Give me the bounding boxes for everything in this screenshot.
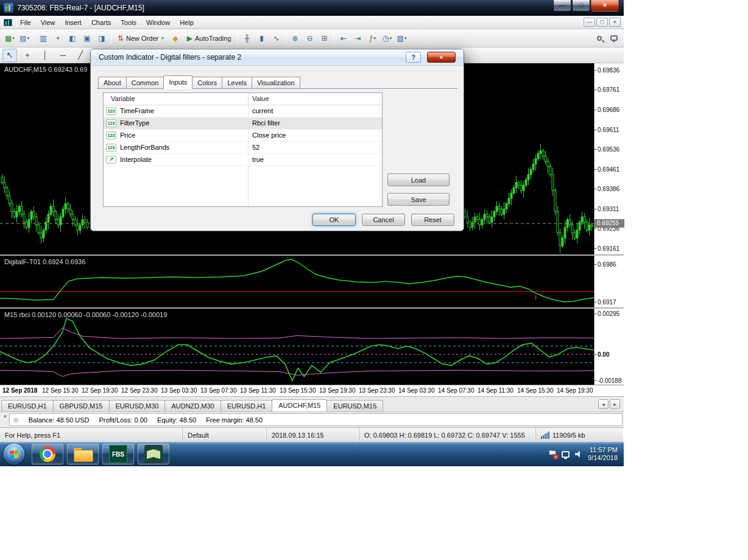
tab-inputs[interactable]: Inputs xyxy=(163,75,192,89)
chart-tab-audnzd-m30[interactable]: AUDNZD,M30 xyxy=(164,400,221,411)
indicator1-scale[interactable]: 0.69860.6917 xyxy=(594,256,624,307)
scroll-right-button[interactable]: ▸ xyxy=(610,399,620,409)
community-chat-icon[interactable] xyxy=(607,32,621,45)
zoom-out-icon[interactable]: ⊖ xyxy=(303,32,317,45)
candlestick-icon-glyph: ▮ xyxy=(259,34,264,43)
autotrading-button[interactable]: ▶AutoTrading xyxy=(183,33,236,44)
indicator2-scale[interactable]: 0.002950.00-0.00188 xyxy=(594,309,624,385)
chart-tab-gbpusd-m15[interactable]: GBPUSD,M15 xyxy=(53,400,110,411)
app-icon xyxy=(4,3,13,13)
menu-file[interactable]: File xyxy=(15,17,36,28)
menu-charts[interactable]: Charts xyxy=(86,17,116,28)
market-watch-icon[interactable]: ▥ xyxy=(36,32,51,45)
docs-taskbar-button[interactable] xyxy=(138,444,169,464)
chart-tab-eurusd-h1[interactable]: EURUSD,H1 xyxy=(221,400,273,411)
dialog-title-bar[interactable]: Custom Indicator - Digital filters - sep… xyxy=(91,49,464,65)
new-chart-icon[interactable]: ▦▾ xyxy=(2,32,17,45)
zoom-in-icon[interactable]: ⊕ xyxy=(288,32,303,45)
crosshair-icon[interactable]: + xyxy=(20,49,35,62)
cursor-icon[interactable]: ↖ xyxy=(2,49,17,62)
action-center-icon[interactable] xyxy=(549,450,556,458)
scale-tick xyxy=(595,89,596,90)
trendline-icon[interactable]: ╱ xyxy=(73,49,88,62)
dialog-help-button[interactable]: ? xyxy=(406,52,421,63)
mdi-close-button[interactable]: × xyxy=(609,18,621,27)
strategy-tester-icon[interactable]: ◨ xyxy=(94,32,109,45)
chart-tab-eurusd-h1[interactable]: EURUSD,H1 xyxy=(1,400,54,411)
traffic-text: 11909/5 kb xyxy=(552,432,585,439)
time-label: 13 Sep 07:30 xyxy=(200,387,237,394)
chart-tab-eurusd-m15[interactable]: EURUSD,M15 xyxy=(326,400,383,411)
mdi-restore-button[interactable]: □ xyxy=(596,18,608,27)
chart-tab-eurusd-m30[interactable]: EURUSD,M30 xyxy=(109,400,166,411)
search-icon[interactable] xyxy=(592,32,607,45)
time-label: 13 Sep 19:30 xyxy=(319,387,356,394)
start-button[interactable] xyxy=(4,444,24,464)
tile-windows-icon[interactable]: ⊞ xyxy=(317,32,332,45)
ok-button[interactable]: OK xyxy=(312,214,356,226)
status-time[interactable]: 2018.09.13 16:15 xyxy=(267,428,359,442)
periods-icon[interactable]: ◷▾ xyxy=(380,32,395,45)
reset-button[interactable]: Reset xyxy=(411,214,454,226)
table-row[interactable]: 123PriceClose price xyxy=(104,130,382,142)
tab-about[interactable]: About xyxy=(98,77,127,88)
tab-common[interactable]: Common xyxy=(126,77,164,88)
load-button[interactable]: Load xyxy=(387,173,450,186)
candlestick-icon[interactable]: ▮ xyxy=(255,32,269,45)
menu-tools[interactable]: Tools xyxy=(116,17,141,28)
tab-scroll-buttons: ◂▸ xyxy=(598,399,623,411)
tab-colors[interactable]: Colors xyxy=(192,77,222,88)
indicator1-pane[interactable]: DigitalF-T01 0.6924 0.6936 xyxy=(0,256,594,307)
dropdown-arrow-icon: ▾ xyxy=(161,36,164,41)
chrome-taskbar-button[interactable] xyxy=(32,444,63,464)
table-row[interactable]: 123TimeFramecurrent xyxy=(104,105,382,117)
close-button[interactable]: × xyxy=(591,0,619,12)
menu-window[interactable]: Window xyxy=(141,17,175,28)
terminal-close-button[interactable]: × xyxy=(2,413,9,420)
templates-icon[interactable]: ▧▾ xyxy=(395,32,409,45)
price-scale[interactable]: 0.698360.697610.696860.696110.695360.694… xyxy=(594,63,624,254)
scale-tick xyxy=(595,354,596,355)
terminal-icon[interactable]: ▣ xyxy=(80,32,94,45)
chart-tab-audchf-m15[interactable]: AUDCHF,M15 xyxy=(272,399,327,411)
vertical-line-icon[interactable]: │ xyxy=(38,49,52,62)
menu-view[interactable]: View xyxy=(36,17,60,28)
network-icon[interactable] xyxy=(562,451,570,458)
bar-chart-icon[interactable]: ╫ xyxy=(240,32,255,45)
horizontal-line-icon[interactable]: ─ xyxy=(55,49,70,62)
table-row[interactable]: 123FilterTypeRbci filter xyxy=(104,117,382,130)
indicator2-pane[interactable]: M15 rbci 0.00120 0.00060 -0.00060 -0.001… xyxy=(0,309,594,385)
restore-button[interactable]: □ xyxy=(572,0,590,12)
metaeditor-icon[interactable]: ◆ xyxy=(168,32,183,45)
price-label: 0.69836 xyxy=(598,66,619,73)
scroll-left-button[interactable]: ◂ xyxy=(598,399,609,409)
dialog-close-button[interactable]: × xyxy=(427,52,456,63)
profiles-icon[interactable]: ▤▾ xyxy=(17,32,32,45)
new-order-button[interactable]: ⇅New Order▾ xyxy=(113,33,168,44)
time-label: 12 Sep 15:30 xyxy=(42,387,79,394)
step-back-icon[interactable]: ⇤ xyxy=(336,32,351,45)
step-forward-icon[interactable]: ⇥ xyxy=(351,32,365,45)
scale-tick xyxy=(595,302,596,303)
volume-icon[interactable] xyxy=(575,450,582,458)
status-profile[interactable]: Default xyxy=(183,428,267,442)
tab-visualization[interactable]: Visualization xyxy=(252,77,300,88)
explorer-taskbar-button[interactable] xyxy=(67,444,99,464)
line-chart-icon[interactable]: ∿ xyxy=(269,32,284,45)
fbs-taskbar-button[interactable]: FBS xyxy=(102,444,134,464)
save-button[interactable]: Save xyxy=(387,193,450,206)
mdi-minimize-button[interactable]: — xyxy=(584,18,595,27)
navigator-icon[interactable]: ◧ xyxy=(65,32,80,45)
cancel-button[interactable]: Cancel xyxy=(362,214,405,226)
minimize-button[interactable]: — xyxy=(553,0,571,12)
column-header-value: Value xyxy=(252,95,269,102)
indicators-icon[interactable]: ƒ▾ xyxy=(365,32,380,45)
taskbar-clock[interactable]: 11:57 PM 9/14/2018 xyxy=(588,446,618,462)
table-row[interactable]: ↗Interpolatetrue xyxy=(104,154,382,166)
menu-help[interactable]: Help xyxy=(175,17,199,28)
menu-insert[interactable]: Insert xyxy=(60,17,86,28)
data-window-icon[interactable]: + xyxy=(51,32,65,45)
tab-levels[interactable]: Levels xyxy=(222,77,252,88)
table-row[interactable]: 123LengthForBands52 xyxy=(104,142,382,154)
time-axis[interactable]: 12 Sep 201812 Sep 15:3012 Sep 19:3012 Se… xyxy=(0,385,624,396)
